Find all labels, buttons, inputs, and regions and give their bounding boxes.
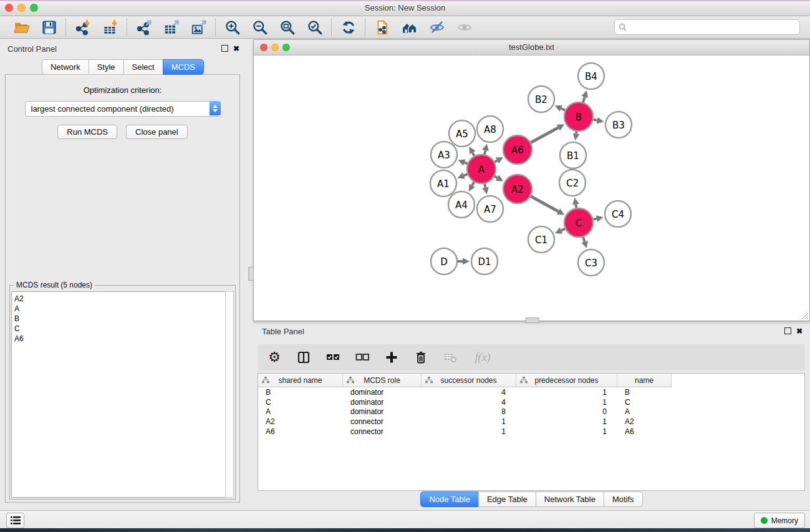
graph-edge-C-C2[interactable]: [572, 198, 579, 208]
select-all-icon[interactable]: [325, 350, 340, 365]
graph-edge-B-B2[interactable]: [555, 105, 566, 112]
import-table-icon[interactable]: [102, 19, 118, 36]
result-item[interactable]: C: [14, 324, 225, 334]
graph-edge-B-B4[interactable]: [581, 90, 588, 102]
graph-node-C1[interactable]: C1: [528, 226, 554, 253]
zoom-in-icon[interactable]: [224, 19, 241, 36]
table-cell[interactable]: B: [617, 388, 672, 397]
hide-graphics-details-icon[interactable]: [428, 19, 445, 36]
table-row[interactable]: Bdominator41B: [258, 387, 804, 397]
table-close-icon[interactable]: ✖: [796, 328, 803, 334]
graph-edge-A-A1[interactable]: [457, 173, 467, 179]
graph-edge-C-C1[interactable]: [555, 228, 565, 234]
save-session-icon[interactable]: [41, 19, 57, 36]
graph-node-C3[interactable]: C3: [578, 249, 604, 276]
graph-edge-C-C3[interactable]: [581, 237, 587, 248]
graph-node-D1[interactable]: D1: [471, 248, 498, 274]
table-cell[interactable]: 1: [516, 398, 617, 407]
graph-node-A8[interactable]: A8: [477, 116, 503, 142]
criterion-dropdown[interactable]: largest connected component (directed): [25, 101, 221, 117]
graph-node-A[interactable]: A: [467, 155, 496, 183]
graph-edge-A-A6[interactable]: [494, 157, 503, 163]
table-cell[interactable]: A: [258, 407, 343, 416]
float-panel-icon[interactable]: [221, 45, 228, 52]
table-row[interactable]: Adominator80A: [258, 407, 804, 417]
network-canvas[interactable]: B4B2BB3A8A5A6B1A3AA1C2A2A4A7C4CC1C3DD1: [254, 56, 809, 321]
task-history-button[interactable]: [6, 513, 24, 528]
run-mcds-button[interactable]: Run MCDS: [57, 125, 117, 139]
create-column-icon[interactable]: [384, 350, 399, 365]
table-float-icon[interactable]: [784, 327, 791, 334]
network-minimize-button[interactable]: [271, 44, 279, 51]
column-header-successor-nodes[interactable]: successor nodes: [422, 374, 516, 387]
graph-edge-D-D1[interactable]: [458, 258, 470, 265]
tab-motifs[interactable]: Motifs: [604, 491, 643, 507]
network-zoom-button[interactable]: [282, 44, 290, 51]
graph-edge-A-A5[interactable]: [469, 147, 475, 156]
table-cell[interactable]: A2: [617, 417, 672, 426]
result-item[interactable]: A: [14, 304, 225, 314]
open-folder-icon[interactable]: [13, 19, 30, 36]
table-cell[interactable]: 1: [422, 427, 516, 436]
graph-edge-A2-C[interactable]: [531, 196, 564, 215]
result-item[interactable]: A2: [14, 294, 225, 304]
zoom-fit-icon[interactable]: [279, 19, 296, 36]
result-item[interactable]: B: [14, 314, 225, 324]
close-panel-button[interactable]: Close panel: [126, 125, 188, 139]
graph-edge-C-C4[interactable]: [593, 215, 603, 222]
network-graph[interactable]: B4B2BB3A8A5A6B1A3AA1C2A2A4A7C4CC1C3DD1: [254, 56, 809, 320]
graph-node-B4[interactable]: B4: [578, 63, 604, 89]
graph-node-A4[interactable]: A4: [448, 191, 475, 218]
table-cell[interactable]: A: [617, 407, 672, 416]
close-panel-icon[interactable]: ✖: [233, 46, 239, 52]
table-cell[interactable]: 8: [422, 407, 516, 416]
tab-network-table[interactable]: Network Table: [536, 491, 604, 507]
memory-button[interactable]: Memory: [754, 513, 805, 528]
resize-grip-icon[interactable]: [801, 312, 809, 320]
graph-edge-A6-B[interactable]: [531, 124, 564, 142]
graph-node-C4[interactable]: C4: [605, 201, 631, 227]
result-item[interactable]: A6: [14, 334, 225, 344]
close-window-button[interactable]: [5, 4, 13, 12]
tab-select[interactable]: Select: [123, 59, 163, 75]
graph-edge-A-A8[interactable]: [482, 143, 489, 154]
result-scrollbar[interactable]: [225, 291, 234, 498]
graph-node-B3[interactable]: B3: [605, 112, 632, 138]
table-cell[interactable]: 4: [422, 388, 516, 397]
refresh-view-icon[interactable]: [340, 19, 357, 36]
graph-node-A3[interactable]: A3: [431, 142, 457, 168]
table-cell[interactable]: dominator: [343, 388, 422, 397]
tab-node-table[interactable]: Node Table: [420, 491, 479, 507]
delete-columns-icon[interactable]: [413, 350, 428, 365]
table-cell[interactable]: A6: [617, 427, 672, 436]
zoom-window-button[interactable]: [30, 4, 38, 12]
network-overview-icon[interactable]: [401, 19, 418, 36]
table-cell[interactable]: 1: [422, 417, 516, 426]
tab-network[interactable]: Network: [42, 59, 89, 75]
vertical-splitter-handle[interactable]: [248, 267, 254, 281]
network-close-button[interactable]: [260, 44, 268, 51]
deselect-all-icon[interactable]: [355, 350, 370, 365]
table-row[interactable]: Cdominator41C: [258, 397, 804, 407]
graph-node-A5[interactable]: A5: [449, 120, 475, 147]
graph-node-A7[interactable]: A7: [477, 196, 503, 222]
tab-mcds[interactable]: MCDS: [163, 59, 204, 75]
graph-node-B2[interactable]: B2: [528, 86, 554, 112]
table-cell[interactable]: C: [258, 398, 343, 407]
table-cell[interactable]: connector: [343, 427, 422, 436]
graph-node-C[interactable]: C: [564, 208, 593, 237]
table-cell[interactable]: 4: [422, 398, 516, 407]
table-cell[interactable]: C: [617, 398, 672, 407]
graph-edge-B-B1[interactable]: [573, 132, 580, 140]
export-table-icon[interactable]: [163, 19, 180, 36]
import-network-icon[interactable]: [74, 19, 91, 36]
graph-edge-A-A2[interactable]: [494, 175, 503, 181]
network-window-titlebar[interactable]: testGlobe.txt: [254, 40, 809, 56]
table-cell[interactable]: dominator: [343, 398, 422, 407]
search-input[interactable]: [630, 22, 794, 32]
graph-edge-A-A4[interactable]: [469, 182, 475, 191]
table-mode-icon[interactable]: ⚙: [267, 350, 282, 365]
tab-style[interactable]: Style: [89, 59, 124, 75]
tab-edge-table[interactable]: Edge Table: [478, 491, 536, 507]
graph-node-D[interactable]: D: [431, 248, 457, 274]
